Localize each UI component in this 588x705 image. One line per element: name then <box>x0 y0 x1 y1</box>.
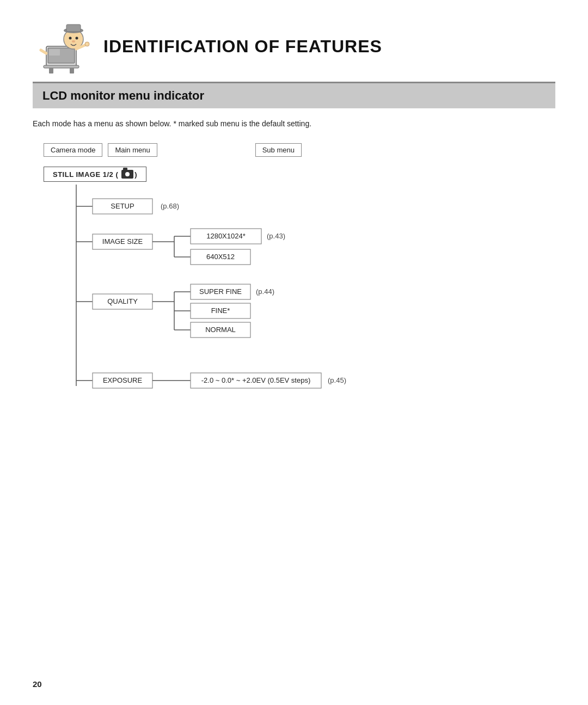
svg-rect-3 <box>44 65 79 68</box>
quality-label: QUALITY <box>107 297 138 305</box>
image-size-label: IMAGE SIZE <box>102 237 143 246</box>
svg-rect-2 <box>49 49 60 56</box>
sub-menu-label: Sub menu <box>255 143 302 157</box>
res-1280-label: 1280X1024* <box>206 232 246 240</box>
svg-point-11 <box>72 40 75 42</box>
svg-rect-8 <box>66 24 81 32</box>
camera-mode-label: Camera mode <box>44 143 102 157</box>
svg-line-14 <box>41 50 46 53</box>
setup-label: SETUP <box>111 202 134 210</box>
mode-label-close: ) <box>134 170 137 179</box>
exposure-label: EXPOSURE <box>103 376 143 384</box>
super-fine-label: SUPER FINE <box>199 287 242 296</box>
section-title: LCD monitor menu indicator <box>42 89 546 103</box>
main-menu-label: Main menu <box>108 143 157 157</box>
page-number: 20 <box>33 679 42 689</box>
normal-label: NORMAL <box>205 326 236 334</box>
mode-label-text: STILL IMAGE 1/2 ( <box>53 170 118 179</box>
svg-point-10 <box>76 37 78 40</box>
res-640-label: 640X512 <box>206 253 235 261</box>
intro-text: Each mode has a menu as shown below. * m… <box>33 119 555 128</box>
camera-icon <box>121 170 133 179</box>
setup-ref: (p.68) <box>161 202 179 210</box>
labels-row: Camera mode Main menu Sub menu <box>44 143 555 157</box>
menu-tree-diagram: .line { stroke: #555; stroke-width: 1.5;… <box>44 185 555 413</box>
fine-label: FINE* <box>211 306 230 315</box>
exposure-value-label: -2.0 ~ 0.0* ~ +2.0EV (0.5EV steps) <box>201 376 311 384</box>
svg-point-9 <box>69 37 72 40</box>
super-fine-ref: (p.44) <box>256 287 274 296</box>
diagram-area: Camera mode Main menu Sub menu STILL IMA… <box>44 143 555 413</box>
tree-svg: .line { stroke: #555; stroke-width: 1.5;… <box>44 185 468 413</box>
mode-bar: STILL IMAGE 1/2 ( ) <box>44 167 146 182</box>
page-title: IDENTIFICATION OF FEATURES <box>103 36 382 57</box>
svg-rect-5 <box>70 68 74 73</box>
page: IDENTIFICATION OF FEATURES LCD monitor m… <box>0 0 588 446</box>
page-header: IDENTIFICATION OF FEATURES <box>33 16 555 83</box>
mascot-image <box>33 16 93 76</box>
res-1280-ref: (p.43) <box>267 232 285 240</box>
section-header: LCD monitor menu indicator <box>33 83 555 108</box>
svg-point-13 <box>85 42 89 46</box>
svg-rect-4 <box>49 68 53 73</box>
exposure-ref: (p.45) <box>328 376 346 384</box>
